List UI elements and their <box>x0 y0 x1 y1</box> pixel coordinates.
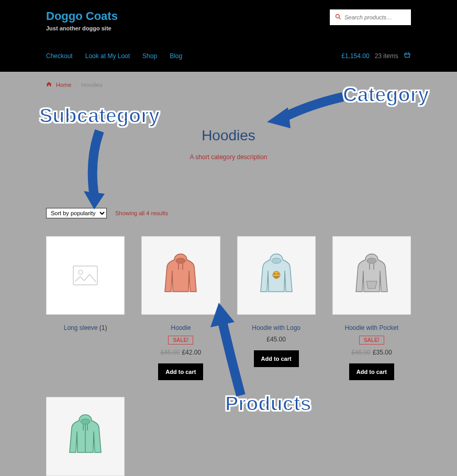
site-title[interactable]: Doggo Coats <box>46 9 118 23</box>
product-name: Hoodie <box>141 324 220 331</box>
svg-point-5 <box>272 258 281 263</box>
product-card[interactable]: Hoodie with Pocket SALE! £46.00£35.00 Ad… <box>332 236 411 380</box>
svg-point-0 <box>336 15 340 18</box>
product-price: £45.00£42.00 <box>141 349 220 356</box>
cart-summary[interactable]: £1,154.00 23 items <box>341 51 411 60</box>
svg-point-3 <box>79 270 83 274</box>
svg-point-8 <box>277 273 278 274</box>
product-image <box>141 236 220 315</box>
product-card[interactable]: Hoodie with Zipper £45.00 <box>46 397 125 476</box>
result-count: Showing all 4 results <box>115 210 168 216</box>
sale-badge: SALE! <box>168 336 193 345</box>
cart-count: 23 items <box>375 52 398 60</box>
nav-blog[interactable]: Blog <box>170 52 182 60</box>
add-to-cart-button[interactable]: Add to cart <box>349 363 394 380</box>
search-input[interactable] <box>344 14 406 20</box>
nav-checkout[interactable]: Checkout <box>46 52 73 60</box>
add-to-cart-button[interactable]: Add to cart <box>158 363 203 380</box>
svg-point-7 <box>274 273 275 274</box>
site-tagline: Just another doggo site <box>46 25 118 31</box>
basket-icon <box>404 51 411 60</box>
product-image <box>46 397 125 475</box>
product-price: £46.00£35.00 <box>332 349 411 356</box>
nav-loot[interactable]: Look at My Loot <box>85 52 130 60</box>
svg-line-1 <box>339 18 341 19</box>
svg-point-4 <box>176 258 185 263</box>
breadcrumb-sep: › <box>75 82 77 87</box>
cart-total: £1,154.00 <box>341 52 369 60</box>
nav-shop[interactable]: Shop <box>142 52 157 60</box>
svg-point-9 <box>367 258 376 263</box>
annotation-category: Category <box>343 84 429 106</box>
sale-badge: SALE! <box>359 336 384 345</box>
svg-point-10 <box>81 419 90 424</box>
product-image <box>332 236 411 315</box>
subcategory-name: Long sleeve (1) <box>46 324 125 331</box>
annotation-subcategory: Subcategory <box>39 105 160 127</box>
arrow-icon <box>209 298 262 398</box>
breadcrumb-current: Hoodies <box>81 82 102 88</box>
placeholder-image <box>46 236 125 315</box>
arrow-icon <box>262 92 345 134</box>
subcategory-card[interactable]: Long sleeve (1) <box>46 236 125 380</box>
product-name: Hoodie with Pocket <box>332 324 411 331</box>
main-nav: Checkout Look at My Loot Shop Blog <box>46 52 182 60</box>
search-icon <box>335 13 341 22</box>
arrow-icon <box>73 128 115 212</box>
search-box[interactable] <box>330 9 411 25</box>
svg-rect-2 <box>73 266 97 285</box>
home-icon <box>46 81 52 88</box>
breadcrumb-home[interactable]: Home <box>56 82 71 88</box>
product-card[interactable]: Hoodie SALE! £45.00£42.00 Add to cart <box>141 236 220 380</box>
